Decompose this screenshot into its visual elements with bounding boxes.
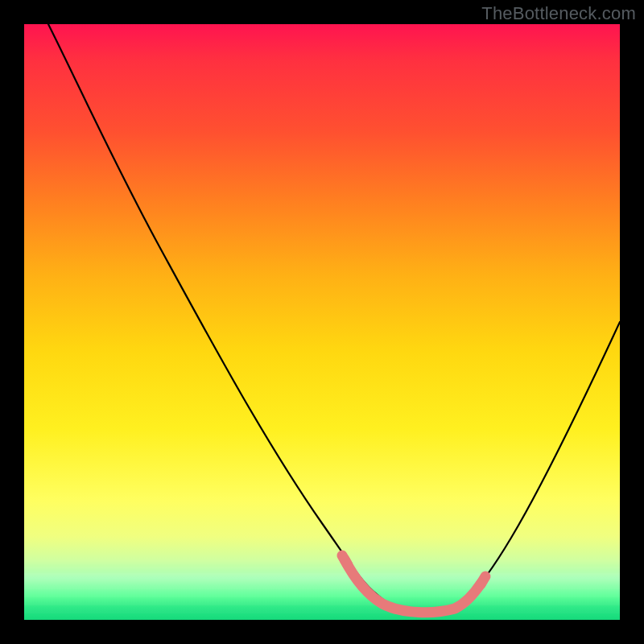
- right-curve: [464, 322, 620, 602]
- watermark-text: TheBottleneck.com: [481, 3, 636, 24]
- chart-container: TheBottleneck.com: [0, 0, 644, 644]
- curve-layer: [24, 24, 620, 620]
- highlight-end-right: [481, 576, 485, 584]
- plot-area: [24, 24, 620, 620]
- left-curve: [48, 24, 402, 609]
- highlight-end-left: [342, 555, 348, 565]
- bottom-highlight: [345, 559, 481, 613]
